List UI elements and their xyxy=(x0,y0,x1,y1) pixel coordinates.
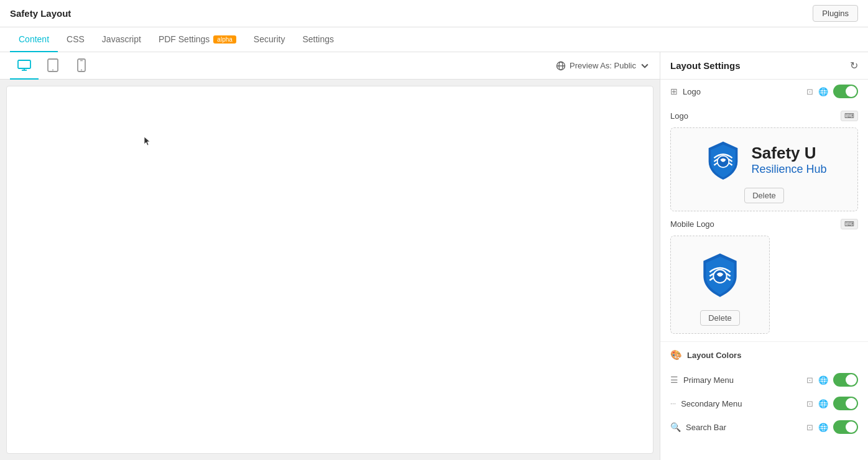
secondary-globe-icon[interactable]: 🌐 xyxy=(818,399,828,408)
primary-menu-row: ☰ Primary Menu ⊡ 🌐 xyxy=(660,368,868,392)
mobile-logo-image xyxy=(695,246,745,304)
app-title: Safety Layout xyxy=(10,8,71,19)
logo-toggle[interactable] xyxy=(833,85,858,98)
secondary-menu-label: Secondary Menu xyxy=(681,399,742,408)
search-globe-icon[interactable]: 🌐 xyxy=(818,423,828,432)
device-icons xyxy=(10,52,96,80)
tab-content[interactable]: Content xyxy=(10,27,58,52)
secondary-menu-row: ··· Secondary Menu ⊡ 🌐 xyxy=(660,392,868,415)
canvas-content xyxy=(6,86,653,454)
tab-settings[interactable]: Settings xyxy=(293,27,343,52)
svg-rect-0 xyxy=(18,60,30,68)
top-bar: Safety Layout Plugins xyxy=(0,0,868,27)
logo-label: Logo xyxy=(670,111,688,121)
logo-icon: ⊞ xyxy=(670,86,678,96)
logo-controls: ⊡ 🌐 xyxy=(806,85,858,98)
search-bar-row: 🔍 Search Bar ⊡ 🌐 xyxy=(660,415,868,439)
search-bar-toggle[interactable] xyxy=(833,420,858,434)
right-panel: Layout Settings ↻ ⊞ Logo ⊡ 🌐 Logo ⌨ xyxy=(660,52,868,460)
logo-section-row: ⊞ Logo ⊡ 🌐 xyxy=(660,80,868,103)
primary-globe-icon[interactable]: 🌐 xyxy=(818,375,828,385)
search-bar-icon: 🔍 xyxy=(670,422,681,432)
logo-box[interactable]: Safety U Resilience Hub Delete xyxy=(670,127,858,211)
tab-security[interactable]: Security xyxy=(245,27,294,52)
tab-javascript[interactable]: Javascript xyxy=(93,27,150,52)
primary-expand-icon[interactable]: ⊡ xyxy=(806,375,813,385)
primary-menu-toggle[interactable] xyxy=(833,373,858,387)
desktop-icon[interactable] xyxy=(10,52,39,80)
canvas-area: Preview As: Public xyxy=(0,52,660,460)
preview-label: Preview As: Public xyxy=(570,61,636,70)
layout-colors-label: Layout Colors xyxy=(687,351,741,360)
primary-menu-label: Primary Menu xyxy=(683,375,734,385)
panel-title: Layout Settings xyxy=(670,60,741,71)
logo-delete-button[interactable]: Delete xyxy=(744,188,784,203)
mobile-logo-box[interactable]: Delete xyxy=(670,236,770,334)
safety-logo-shield xyxy=(701,138,745,182)
layout-colors-section: 🎨 Layout Colors xyxy=(660,341,868,368)
search-expand-icon[interactable]: ⊡ xyxy=(806,423,813,432)
tablet-icon[interactable] xyxy=(39,52,67,80)
mobile-logo-delete-button[interactable]: Delete xyxy=(700,310,740,326)
logo-row-label: Logo xyxy=(683,87,701,96)
plugins-button[interactable]: Plugins xyxy=(813,5,858,22)
svg-point-6 xyxy=(81,69,82,70)
safety-u-name: Safety U xyxy=(751,144,826,163)
main-layout: Preview As: Public Layout Settings ↻ xyxy=(0,52,868,460)
secondary-menu-toggle[interactable] xyxy=(833,397,858,410)
cursor xyxy=(144,136,151,146)
primary-menu-icon: ☰ xyxy=(670,375,678,385)
mobile-icon[interactable] xyxy=(67,52,96,80)
mobile-logo-label: Mobile Logo xyxy=(670,219,714,229)
layout-colors-icon: 🎨 xyxy=(670,349,682,361)
globe-icon[interactable]: 🌐 xyxy=(818,87,828,96)
mobile-shield-icon xyxy=(695,246,745,302)
mobile-logo-kbd: ⌨ xyxy=(841,219,858,229)
mobile-logo-header: Mobile Logo ⌨ xyxy=(670,219,858,229)
tab-css[interactable]: CSS xyxy=(58,27,93,52)
svg-point-4 xyxy=(52,69,53,70)
logo-kbd: ⌨ xyxy=(841,111,858,121)
safety-u-text-area: Safety U Resilience Hub xyxy=(751,144,826,176)
device-toolbar: Preview As: Public xyxy=(0,52,660,80)
refresh-icon[interactable]: ↻ xyxy=(850,60,858,71)
preview-as-button[interactable]: Preview As: Public xyxy=(556,61,650,71)
tab-bar: Content CSS Javascript PDF Settings alph… xyxy=(0,27,868,52)
panel-header: Layout Settings ↻ xyxy=(660,52,868,80)
search-bar-label: Search Bar xyxy=(686,423,726,432)
secondary-expand-icon[interactable]: ⊡ xyxy=(806,399,813,408)
safety-u-sub: Resilience Hub xyxy=(751,163,826,176)
tab-pdf-settings[interactable]: PDF Settings alpha xyxy=(150,27,245,52)
logo-header: Logo ⌨ xyxy=(670,111,858,121)
expand-icon[interactable]: ⊡ xyxy=(806,87,813,96)
alpha-badge: alpha xyxy=(213,35,236,44)
logo-image-area: Safety U Resilience Hub xyxy=(701,138,826,182)
secondary-menu-icon: ··· xyxy=(670,400,676,407)
logo-section: Logo ⌨ xyxy=(660,103,868,341)
